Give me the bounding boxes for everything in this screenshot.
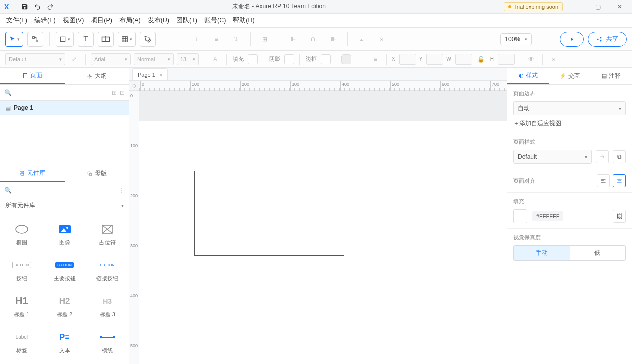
- pages-search-input[interactable]: [15, 89, 109, 97]
- widget-search-input[interactable]: [12, 186, 119, 194]
- tab-interactions[interactable]: ⚡交互: [549, 68, 590, 84]
- apply-style-icon[interactable]: ➔: [596, 150, 609, 164]
- menu-edit[interactable]: 编辑(E): [34, 16, 56, 25]
- add-adaptive-view[interactable]: ＋添加自适应视图: [513, 120, 626, 128]
- ruler-vertical[interactable]: 0100200300400500600700: [129, 91, 139, 364]
- close-tab-icon[interactable]: ×: [159, 72, 162, 78]
- tab-notes[interactable]: ▤注释: [590, 68, 632, 84]
- more-format-icon[interactable]: »: [548, 54, 560, 65]
- widget-label[interactable]: Label标签: [0, 324, 43, 360]
- save-icon[interactable]: [21, 4, 28, 10]
- table-tool[interactable]: ▾: [118, 32, 136, 47]
- widget-text[interactable]: P≡文本: [43, 324, 86, 360]
- add-folder-icon[interactable]: ⊡: [120, 90, 125, 96]
- document-tab[interactable]: Page 1×: [132, 68, 168, 80]
- fill-image-icon[interactable]: 🖼: [613, 210, 626, 223]
- widget-hline[interactable]: 横线: [86, 324, 129, 360]
- group[interactable]: ⊞: [257, 32, 273, 47]
- page-bounds-dropdown[interactable]: 自动▾: [513, 102, 626, 116]
- h-input[interactable]: [498, 54, 515, 65]
- undo-icon[interactable]: [33, 4, 41, 10]
- widget-more-icon[interactable]: ⋮: [119, 187, 125, 194]
- add-page-icon[interactable]: ⊞: [112, 90, 117, 96]
- page-item[interactable]: ▤ Page 1: [0, 101, 129, 115]
- page-align-left[interactable]: [597, 174, 610, 188]
- align-right[interactable]: ⊪: [325, 32, 341, 47]
- style-preset-dropdown[interactable]: Default▾: [5, 54, 65, 66]
- menu-account[interactable]: 账号(C): [204, 16, 226, 25]
- dist-h[interactable]: ⫠: [354, 32, 370, 47]
- font-size-input[interactable]: 13▾: [177, 54, 199, 66]
- menu-help[interactable]: 帮助(H): [233, 16, 254, 25]
- fidelity-manual[interactable]: 手动: [513, 246, 570, 261]
- fidelity-low[interactable]: 低: [570, 246, 626, 260]
- tab-pages[interactable]: 页面: [0, 68, 65, 84]
- tab-masters[interactable]: 母版: [65, 166, 129, 182]
- menu-view[interactable]: 视图(V): [63, 16, 84, 25]
- border-swatch[interactable]: [321, 54, 331, 64]
- border-side-icon[interactable]: ≡: [369, 54, 381, 65]
- align-middle-h[interactable]: ≡: [208, 32, 224, 47]
- shadow-swatch[interactable]: [284, 54, 294, 64]
- text-strike[interactable]: T: [228, 32, 244, 47]
- widget-h3[interactable]: H3标题 3: [86, 288, 129, 324]
- rectangle-tool[interactable]: ▾: [56, 32, 74, 47]
- corner-radius[interactable]: [341, 54, 351, 64]
- align-top[interactable]: ⫟: [168, 32, 184, 47]
- page-align-center[interactable]: [613, 174, 626, 188]
- menu-team[interactable]: 团队(T): [176, 16, 197, 25]
- canvas[interactable]: [139, 91, 507, 364]
- rectangle-shape[interactable]: [194, 171, 344, 256]
- menu-project[interactable]: 项目(P): [91, 16, 112, 25]
- widget-placeholder[interactable]: 占位符: [86, 216, 129, 252]
- window-close[interactable]: ✕: [611, 1, 629, 13]
- style-expand-icon[interactable]: ⤢: [68, 54, 80, 65]
- align-left[interactable]: ⊩: [285, 32, 301, 47]
- pen-tool[interactable]: [140, 32, 156, 47]
- lock-aspect-icon[interactable]: 🔓: [475, 54, 487, 65]
- widget-button[interactable]: BUTTON按钮: [0, 252, 43, 288]
- page-style-dropdown[interactable]: Default▾: [513, 150, 592, 164]
- trial-badge[interactable]: Trial expiring soon: [504, 2, 563, 12]
- page-fill-hex[interactable]: #FFFFFF: [532, 212, 563, 222]
- widget-ellipse[interactable]: 椭圆: [0, 216, 43, 252]
- tab-widgets[interactable]: 元件库: [0, 166, 65, 182]
- ruler-horizontal[interactable]: 0100200300400500600700: [139, 81, 507, 91]
- menu-file[interactable]: 文件(F): [6, 16, 27, 25]
- fidelity-toggle[interactable]: 手动 低: [513, 246, 626, 261]
- widget-button-link[interactable]: BUTTON链接按钮: [86, 252, 129, 288]
- library-filter-dropdown[interactable]: 所有元件库▾: [0, 198, 129, 214]
- preview-button[interactable]: [560, 32, 584, 47]
- y-input[interactable]: [426, 54, 443, 65]
- input-tool[interactable]: [98, 32, 114, 47]
- widget-image[interactable]: 图像: [43, 216, 86, 252]
- widget-h1[interactable]: H1标题 1: [0, 288, 43, 324]
- zoom-control[interactable]: 100%▾: [500, 34, 532, 46]
- fill-swatch[interactable]: [248, 54, 258, 64]
- connector-tool[interactable]: [27, 32, 43, 47]
- select-tool[interactable]: ▾: [5, 32, 23, 47]
- visibility-icon[interactable]: 👁: [525, 54, 537, 65]
- widget-button-primary[interactable]: BUTTON主要按钮: [43, 252, 86, 288]
- font-weight-dropdown[interactable]: Normal▾: [134, 54, 174, 66]
- align-center[interactable]: ⫚: [305, 32, 321, 47]
- widget-h2[interactable]: H2标题 2: [43, 288, 86, 324]
- w-input[interactable]: [455, 54, 472, 65]
- align-bottom[interactable]: ⟂: [188, 32, 204, 47]
- redo-icon[interactable]: [46, 4, 54, 10]
- font-family-dropdown[interactable]: Arial▾: [91, 54, 131, 66]
- text-tool[interactable]: T: [78, 32, 94, 47]
- page-fill-swatch[interactable]: [513, 210, 527, 224]
- tab-style[interactable]: ◐样式: [507, 68, 549, 84]
- tab-outline[interactable]: 大纲: [65, 68, 129, 84]
- ruler-corner[interactable]: ◇: [129, 81, 139, 91]
- menu-publish[interactable]: 发布(U): [148, 16, 169, 25]
- share-button[interactable]: 共享: [588, 32, 627, 47]
- menu-layout[interactable]: 布局(A): [119, 16, 141, 25]
- text-color-icon[interactable]: A: [209, 54, 221, 65]
- x-input[interactable]: [399, 54, 416, 65]
- border-style-icon[interactable]: ═: [354, 54, 366, 65]
- manage-styles-icon[interactable]: ⧉: [613, 150, 626, 164]
- window-maximize[interactable]: ▢: [589, 1, 607, 13]
- window-minimize[interactable]: ─: [567, 1, 585, 13]
